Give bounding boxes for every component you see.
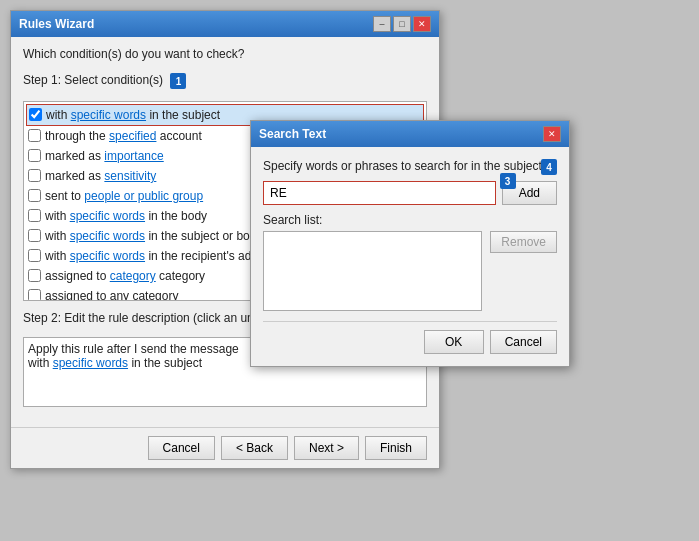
search-titlebar: Search Text ✕ — [251, 121, 569, 147]
search-cancel-button[interactable]: Cancel — [490, 330, 557, 354]
step1-label: Which condition(s) do you want to check? — [23, 47, 244, 61]
rule-desc-link[interactable]: specific words — [53, 356, 128, 370]
search-description: Specify words or phrases to search for i… — [263, 159, 557, 173]
remove-button[interactable]: Remove — [490, 231, 557, 253]
rules-wizard-title: Rules Wizard — [19, 17, 94, 31]
search-input-row: 3 Add — [263, 181, 557, 205]
condition-checkbox-3[interactable] — [28, 149, 41, 162]
minimize-button[interactable]: – — [373, 16, 391, 32]
search-close-button[interactable]: ✕ — [543, 126, 561, 142]
wizard-footer: Cancel < Back Next > Finish — [11, 427, 439, 468]
search-badge4: 4 — [541, 159, 557, 175]
titlebar-buttons: – □ ✕ — [373, 16, 431, 32]
condition-checkbox-8[interactable] — [28, 249, 41, 262]
search-list-box[interactable] — [263, 231, 482, 311]
search-input[interactable] — [263, 181, 496, 205]
step1-badge: 1 — [170, 73, 186, 89]
back-button[interactable]: < Back — [221, 436, 288, 460]
step1-subheader: Step 1: Select condition(s) 1 — [23, 73, 427, 95]
step1-sub-label: Step 1: Select condition(s) 1 — [23, 73, 186, 89]
condition-checkbox-7[interactable] — [28, 229, 41, 242]
search-content: Specify words or phrases to search for i… — [251, 147, 569, 366]
condition-checkbox-6[interactable] — [28, 209, 41, 222]
search-list-area: Remove — [263, 231, 557, 311]
condition-checkbox-2[interactable] — [28, 129, 41, 142]
condition-checkbox-5[interactable] — [28, 189, 41, 202]
condition-checkbox-9[interactable] — [28, 269, 41, 282]
search-list-label: Search list: — [263, 213, 557, 227]
maximize-button[interactable]: □ — [393, 16, 411, 32]
condition-checkbox-4[interactable] — [28, 169, 41, 182]
rules-wizard-titlebar: Rules Wizard – □ ✕ — [11, 11, 439, 37]
next-button[interactable]: Next > — [294, 436, 359, 460]
search-text-dialog: Search Text ✕ Specify words or phrases t… — [250, 120, 570, 367]
condition-checkbox-1[interactable] — [29, 108, 42, 121]
condition-checkbox-10[interactable] — [28, 289, 41, 301]
step1-header: Which condition(s) do you want to check? — [23, 47, 427, 67]
close-button[interactable]: ✕ — [413, 16, 431, 32]
cancel-button[interactable]: Cancel — [148, 436, 215, 460]
ok-button[interactable]: OK — [424, 330, 484, 354]
search-input-wrapper: 3 — [263, 181, 496, 205]
finish-button[interactable]: Finish — [365, 436, 427, 460]
search-titlebar-buttons: ✕ — [543, 126, 561, 142]
search-badge3: 3 — [500, 173, 516, 189]
search-dialog-title: Search Text — [259, 127, 326, 141]
search-footer: OK Cancel — [263, 321, 557, 354]
